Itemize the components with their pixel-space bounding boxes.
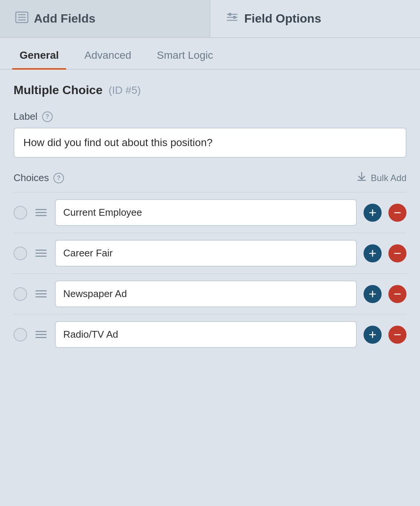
choices-header: Choices ? Bulk Add xyxy=(14,171,406,184)
drag-line xyxy=(35,331,47,332)
add-fields-label: Add Fields xyxy=(34,12,96,26)
choice-remove-button-3[interactable] xyxy=(388,285,406,303)
tab-smart-logic[interactable]: Smart Logic xyxy=(149,38,221,69)
choice-remove-button-1[interactable] xyxy=(388,204,406,222)
drag-line xyxy=(35,212,47,213)
bulk-add-icon xyxy=(356,171,367,184)
drag-line xyxy=(35,209,47,210)
tab-navigation: General Advanced Smart Logic xyxy=(0,38,420,70)
choice-radio-4[interactable] xyxy=(14,328,27,341)
top-header: Add Fields Field Options xyxy=(0,0,420,38)
tab-advanced[interactable]: Advanced xyxy=(77,38,139,69)
field-name: Multiple Choice xyxy=(14,83,102,97)
drag-line xyxy=(35,293,47,294)
choice-remove-button-2[interactable] xyxy=(388,244,406,262)
drag-line xyxy=(35,256,47,257)
choice-input-2[interactable] xyxy=(55,240,357,267)
choice-drag-4[interactable] xyxy=(34,329,48,340)
main-content: Multiple Choice (ID #5) Label ? Choices … xyxy=(0,70,420,506)
label-help-icon[interactable]: ? xyxy=(42,111,53,122)
choice-add-button-1[interactable] xyxy=(364,204,382,222)
choice-row xyxy=(14,192,406,233)
svg-rect-7 xyxy=(228,13,231,16)
label-input[interactable] xyxy=(14,128,406,158)
choice-remove-button-4[interactable] xyxy=(388,326,406,344)
choice-add-button-3[interactable] xyxy=(364,285,382,303)
choices-label-group: Choices ? xyxy=(14,172,64,184)
label-section-header: Label ? xyxy=(14,111,406,122)
drag-line xyxy=(35,337,47,338)
svg-rect-8 xyxy=(233,16,236,19)
field-options-tab[interactable]: Field Options xyxy=(210,0,420,37)
drag-line xyxy=(35,334,47,335)
choices-list xyxy=(14,192,406,355)
add-fields-tab[interactable]: Add Fields xyxy=(0,0,210,37)
field-id: (ID #5) xyxy=(108,84,141,96)
choice-drag-2[interactable] xyxy=(34,248,48,258)
label-section-title: Label xyxy=(14,111,38,122)
list-icon xyxy=(15,11,29,27)
choice-add-button-2[interactable] xyxy=(364,244,382,262)
choice-input-3[interactable] xyxy=(55,280,357,307)
choice-input-1[interactable] xyxy=(55,199,357,226)
choice-drag-1[interactable] xyxy=(34,207,48,218)
drag-line xyxy=(35,253,47,254)
app-container: Add Fields Field Options General Advance… xyxy=(0,0,420,506)
choice-row xyxy=(14,273,406,314)
bulk-add-label: Bulk Add xyxy=(371,173,406,183)
drag-line xyxy=(35,296,47,297)
field-title: Multiple Choice (ID #5) xyxy=(14,83,406,97)
choice-drag-3[interactable] xyxy=(34,289,48,299)
choice-row xyxy=(14,233,406,273)
drag-line xyxy=(35,215,47,216)
drag-line xyxy=(35,290,47,291)
sliders-icon xyxy=(225,11,239,27)
tab-general[interactable]: General xyxy=(12,38,66,69)
drag-line xyxy=(35,250,47,251)
field-options-label: Field Options xyxy=(244,12,321,26)
choice-radio-3[interactable] xyxy=(14,287,27,301)
choices-help-icon[interactable]: ? xyxy=(53,173,64,183)
choice-radio-2[interactable] xyxy=(14,247,27,260)
choice-radio-1[interactable] xyxy=(14,206,27,219)
bulk-add-button[interactable]: Bulk Add xyxy=(356,171,406,184)
choice-row xyxy=(14,314,406,355)
choice-add-button-4[interactable] xyxy=(364,326,382,344)
choices-title: Choices xyxy=(14,172,49,184)
choice-input-4[interactable] xyxy=(55,321,357,348)
